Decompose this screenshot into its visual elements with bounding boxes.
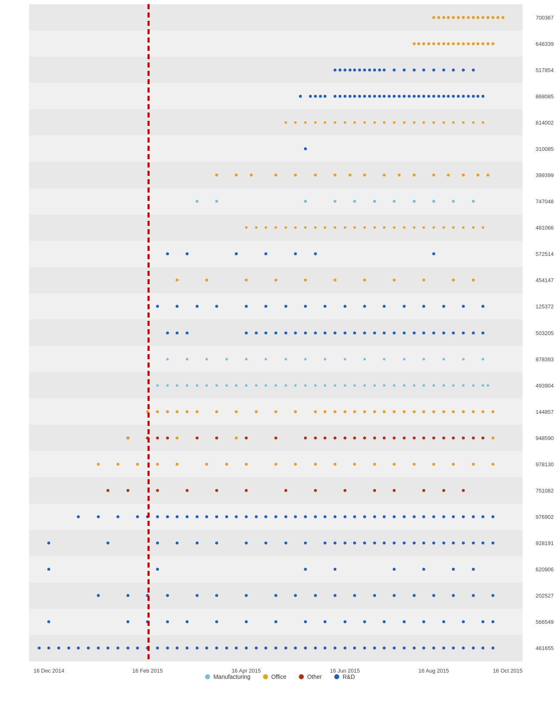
dot-rd [432,253,435,255]
dot-office [482,16,485,19]
y-label-814002: 814002 [524,119,554,125]
dot-manufacturing [412,200,415,203]
x-label: 16 Feb 2015 [132,668,163,674]
dot-other [393,489,396,492]
dot-rd [334,331,337,334]
dot-rd [215,647,218,650]
dot-office [491,16,494,19]
dot-other [245,489,248,492]
y-label-928191: 928191 [524,540,554,546]
dot-rd [166,647,169,650]
dot-rd [48,647,50,650]
dot-office [334,463,337,465]
dot-office [334,121,336,124]
dot-rd [97,594,100,597]
dot-manufacturing [432,200,435,203]
dot-office [195,410,198,413]
dot-rd [245,305,248,308]
dot-rd [334,647,337,650]
dot-office [235,174,238,177]
dot-rd [67,647,70,650]
dot-rd [393,568,396,571]
dot-other [107,489,110,492]
dot-office [373,226,376,229]
dot-rd [422,542,425,545]
dot-rd [373,542,376,545]
dot-office [373,121,376,124]
dot-rd [304,147,307,150]
dot-office [205,279,208,282]
dot-manufacturing [403,384,405,387]
dot-manufacturing [265,358,267,360]
dot-office [428,42,430,45]
dot-other [284,489,287,492]
dot-rd [48,542,50,545]
row-bg-878393 [29,346,522,372]
dot-office [442,410,445,413]
dot-rd [265,647,268,650]
dot-rd [284,542,287,545]
dot-rd [482,542,485,545]
dot-rd [442,331,445,334]
dot-office [402,410,405,413]
plot-area: 7003676483395178548680858140023100853993… [29,4,522,661]
dot-other [304,436,307,439]
dot-rd [482,647,485,650]
dot-rd [452,515,455,518]
dot-office [334,410,337,413]
dot-office [176,279,179,282]
dot-manufacturing [196,384,198,387]
dot-office [176,410,179,413]
dot-rd [215,594,218,597]
dot-rd [275,594,278,597]
dot-rd [334,594,337,597]
x-label: 16 Jun 2015 [330,668,360,674]
dot-rd [185,620,188,623]
dot-manufacturing [304,200,307,203]
dot-rd [77,647,80,650]
dot-office [393,226,395,229]
dot-rd [472,542,475,545]
dot-rd [176,305,179,308]
dot-office [462,42,465,45]
y-label-503205: 503205 [524,330,554,336]
row-bg-814002 [29,109,522,135]
dot-rd [334,515,337,518]
dot-rd [235,647,238,650]
dot-manufacturing [225,384,228,387]
dot-other [185,489,188,492]
dot-rd [97,647,100,650]
dot-rd [432,647,435,650]
dot-office [314,463,317,465]
dot-manufacturing [166,384,169,387]
dot-office [412,463,415,465]
dot-office [393,410,396,413]
dot-manufacturing [363,384,366,387]
dot-manufacturing [265,384,267,387]
dot-rd [38,647,40,650]
legend-dot-office [263,674,268,679]
dot-office [491,436,494,439]
dot-rd [195,647,198,650]
dot-office [383,174,386,177]
dot-rd [97,515,100,518]
dot-rd [156,305,159,308]
dot-office [462,174,465,177]
dot-rd [383,515,386,518]
dot-office [285,121,287,124]
dot-rd [383,620,386,623]
dot-office [432,410,435,413]
dot-rd [462,95,465,98]
dot-manufacturing [344,358,346,360]
dot-rd [412,542,415,545]
dot-rd [373,647,376,650]
dot-rd [442,620,445,623]
dot-rd [393,95,396,98]
dot-rd [402,620,405,623]
dot-rd [353,542,356,545]
dot-rd [195,515,198,518]
dot-office [265,226,267,229]
dot-rd [343,542,346,545]
dot-rd [393,542,396,545]
dot-rd [343,620,346,623]
